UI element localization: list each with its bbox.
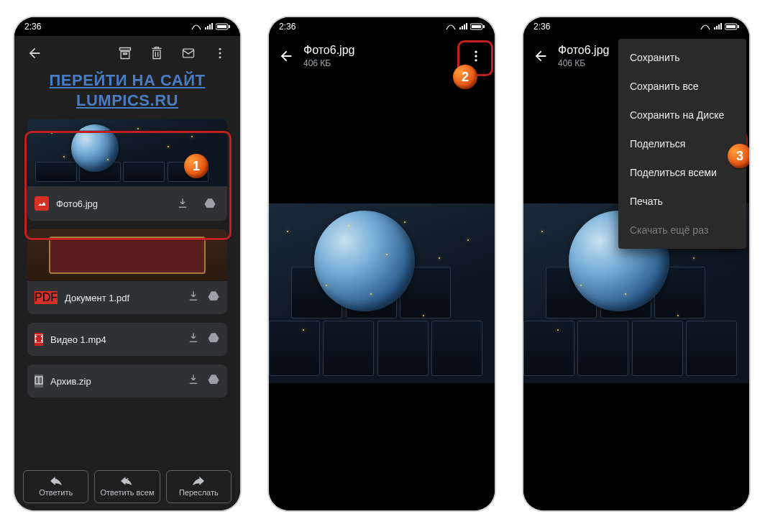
svg-rect-8	[35, 336, 37, 337]
delete-icon[interactable]	[142, 39, 171, 68]
forward-label: Переслать	[179, 488, 219, 497]
svg-point-5	[219, 52, 221, 55]
viewer-filesize: 406 КБ	[303, 58, 462, 68]
attachment-filename: Документ 1.pdf	[65, 293, 180, 303]
menu-item-share[interactable]: Поделиться	[618, 129, 746, 158]
context-menu: Сохранить Сохранить все Сохранить на Дис…	[618, 39, 746, 249]
reply-all-label: Ответить всем	[101, 488, 155, 497]
viewer-body[interactable]	[269, 76, 495, 510]
site-link-line1: ПЕРЕЙТИ НА САЙТ	[26, 70, 229, 91]
attachment-card-photo[interactable]: Фото6.jpg	[27, 119, 227, 221]
svg-rect-2	[229, 25, 230, 28]
archive-icon[interactable]	[111, 39, 139, 68]
mail-icon[interactable]	[174, 39, 203, 68]
status-time: 2:36	[533, 22, 550, 32]
more-icon[interactable]	[462, 42, 490, 70]
video-file-icon	[35, 333, 43, 346]
status-icons	[446, 23, 485, 30]
email-body: ПЕРЕЙТИ НА САЙТ LUMPICS.RU Фото6.jpg	[14, 70, 240, 510]
zip-file-icon	[35, 375, 43, 387]
status-bar: 2:36	[523, 17, 749, 36]
menu-item-save-drive[interactable]: Сохранить на Диске	[618, 101, 746, 129]
svg-point-16	[475, 51, 477, 53]
svg-point-4	[219, 48, 221, 50]
drive-icon[interactable]	[200, 193, 220, 214]
photo-content	[269, 203, 495, 383]
status-bar: 2:36	[269, 17, 495, 36]
attachment-row-video[interactable]: Видео 1.mp4	[27, 323, 227, 356]
attachment-filename: Фото6.jpg	[56, 198, 165, 209]
svg-rect-21	[738, 25, 739, 28]
attachment-row-pdf[interactable]: PDF Документ 1.pdf	[27, 281, 227, 314]
menu-item-redownload[interactable]: Скачать ещё раз	[618, 216, 746, 244]
drive-icon[interactable]	[207, 373, 220, 389]
back-icon[interactable]	[526, 42, 555, 70]
viewer-header: Фото6.jpg 406 КБ	[269, 36, 495, 76]
phone-1-email: 2:36 ПЕРЕЙТИ НА САЙТ LUMPICS.RU	[14, 17, 240, 510]
menu-item-save[interactable]: Сохранить	[618, 43, 746, 72]
forward-button[interactable]: Переслать	[166, 470, 232, 503]
svg-rect-9	[35, 340, 37, 341]
svg-point-6	[219, 56, 221, 58]
phone-2-viewer: 2:36 Фото6.jpg 406 КБ	[269, 17, 495, 510]
more-icon[interactable]	[206, 39, 234, 68]
reply-bar: Ответить Ответить всем Переслать	[23, 470, 232, 503]
svg-rect-20	[726, 25, 736, 28]
email-toolbar	[14, 36, 240, 70]
svg-rect-11	[41, 340, 42, 341]
status-icons	[700, 23, 739, 30]
svg-point-18	[475, 59, 477, 61]
download-icon[interactable]	[187, 331, 200, 347]
attachment-filename: Видео 1.mp4	[50, 334, 180, 345]
status-time: 2:36	[279, 22, 296, 32]
menu-item-save-all[interactable]: Сохранить все	[618, 72, 746, 101]
pdf-file-icon: PDF	[35, 291, 58, 304]
status-icons	[191, 23, 230, 30]
svg-point-17	[475, 55, 477, 57]
download-icon[interactable]	[187, 373, 200, 389]
reply-button[interactable]: Ответить	[23, 470, 88, 503]
viewer-filename: Фото6.jpg	[303, 44, 462, 57]
svg-rect-3	[183, 49, 194, 58]
reply-label: Ответить	[39, 488, 73, 497]
download-icon[interactable]	[173, 193, 193, 214]
phone-3-menu: 2:36 Фото6.jpg 406 КБ	[523, 17, 749, 510]
svg-rect-14	[472, 25, 481, 28]
site-link-line2: LUMPICS.RU	[26, 91, 229, 111]
status-time: 2:36	[24, 22, 41, 32]
drive-icon[interactable]	[207, 331, 220, 347]
svg-rect-15	[483, 25, 485, 28]
svg-rect-10	[41, 336, 42, 337]
attachment-row-archive[interactable]: Архив.zip	[27, 364, 227, 398]
menu-item-print[interactable]: Печать	[618, 187, 746, 216]
back-icon[interactable]	[20, 39, 49, 68]
attachment-thumb-book[interactable]	[27, 229, 227, 281]
svg-rect-7	[35, 334, 42, 343]
drive-icon[interactable]	[207, 290, 220, 306]
svg-rect-1	[217, 25, 226, 28]
menu-item-share-all[interactable]: Поделиться всеми	[618, 158, 746, 187]
image-file-icon	[35, 196, 49, 211]
attachment-filename: Архив.zip	[50, 376, 180, 387]
reply-all-button[interactable]: Ответить всем	[94, 470, 160, 503]
download-icon[interactable]	[187, 290, 200, 306]
status-bar: 2:36	[14, 17, 240, 36]
site-link[interactable]: ПЕРЕЙТИ НА САЙТ LUMPICS.RU	[14, 70, 240, 119]
attachment-thumb	[27, 119, 227, 186]
back-icon[interactable]	[272, 42, 301, 70]
